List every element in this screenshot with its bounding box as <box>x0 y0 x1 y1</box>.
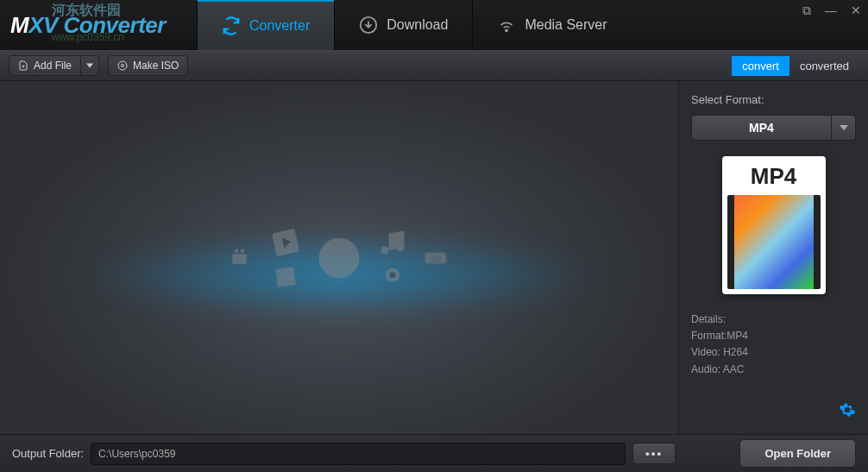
select-format-label: Select Format: <box>691 93 856 106</box>
svg-point-17 <box>390 272 396 278</box>
tab-converter[interactable]: Converter <box>197 0 334 50</box>
details-video: Video: H264 <box>691 344 856 361</box>
play-circle-icon <box>317 236 362 280</box>
format-preview: MP4 <box>722 156 826 294</box>
svg-point-15 <box>397 243 405 251</box>
format-preview-label: MP4 <box>727 161 821 195</box>
tab-media-server[interactable]: Media Server <box>472 0 631 50</box>
details-title: Details: <box>691 312 856 328</box>
header: 河东软件园 MXV Converter www.pc0359.cn Conver… <box>0 0 868 50</box>
refresh-icon <box>222 16 241 35</box>
watermark-text-2: www.pc0359.cn <box>52 31 124 43</box>
format-select-dropdown[interactable] <box>832 115 856 141</box>
svg-point-14 <box>381 246 389 254</box>
download-icon <box>359 16 378 35</box>
close-icon[interactable]: ✕ <box>851 3 861 18</box>
add-file-dropdown[interactable] <box>81 55 99 76</box>
browse-button[interactable]: ••• <box>632 443 676 464</box>
window-controls: ⧉ — ✕ <box>802 3 861 18</box>
footer: Output Folder: ••• Open Folder <box>0 434 868 472</box>
toolbar: Add File Make ISO convert converted <box>0 50 868 81</box>
chevron-down-icon <box>86 62 93 69</box>
wifi-icon <box>497 16 516 35</box>
tab-label: Media Server <box>525 17 607 33</box>
format-select-value[interactable]: MP4 <box>691 115 832 141</box>
film-icon <box>267 223 305 261</box>
svg-point-1 <box>506 30 507 32</box>
svg-text:HD: HD <box>431 255 441 262</box>
file-drop-area[interactable]: HD <box>0 81 678 434</box>
logo-area: 河东软件园 MXV Converter www.pc0359.cn <box>0 0 197 50</box>
tab-label: Converter <box>249 18 310 34</box>
open-folder-button[interactable]: Open Folder <box>739 439 856 468</box>
placeholder-icons: HD <box>230 227 448 289</box>
camera-icon <box>230 246 255 270</box>
disc-icon <box>117 60 128 71</box>
svg-point-2 <box>118 61 127 70</box>
svg-point-5 <box>235 249 239 253</box>
format-details: Details: Format:MP4 Video: H264 Audio: A… <box>691 312 856 378</box>
chevron-down-icon <box>840 125 848 130</box>
gear-icon <box>839 401 856 419</box>
details-audio: Audio: AAC <box>691 362 856 378</box>
button-label: Make ISO <box>133 60 179 72</box>
subtab-convert[interactable]: convert <box>732 56 789 76</box>
settings-button[interactable] <box>839 401 856 422</box>
hd-icon: HD <box>424 246 448 270</box>
popout-icon[interactable]: ⧉ <box>802 3 811 18</box>
output-folder-label: Output Folder: <box>12 447 84 460</box>
clapper-icon <box>272 263 299 291</box>
format-select: MP4 <box>691 115 856 141</box>
button-label: Add File <box>34 60 72 72</box>
subtab-converted[interactable]: converted <box>789 56 859 76</box>
watermark-text-1: 河东软件园 <box>52 2 121 20</box>
svg-point-3 <box>122 65 124 67</box>
main-tabs: Converter Download Media Server <box>197 0 632 50</box>
file-plus-icon <box>18 60 28 71</box>
minimize-icon[interactable]: — <box>825 3 837 18</box>
format-preview-image <box>727 195 821 289</box>
tab-download[interactable]: Download <box>334 0 472 50</box>
make-iso-button[interactable]: Make ISO <box>108 55 188 76</box>
format-sidebar: Select Format: MP4 MP4 Details: Format:M… <box>678 81 868 434</box>
main-content: HD Select Format: MP4 MP4 Details: Forma… <box>0 81 868 434</box>
svg-rect-4 <box>232 254 246 264</box>
svg-point-6 <box>241 249 245 253</box>
tab-label: Download <box>387 17 448 33</box>
details-format: Format:MP4 <box>691 328 856 344</box>
add-file-button[interactable]: Add File <box>9 55 81 76</box>
webcam-icon <box>381 265 405 289</box>
music-icon <box>377 227 408 258</box>
app-window: 河东软件园 MXV Converter www.pc0359.cn Conver… <box>0 0 868 472</box>
output-folder-input[interactable] <box>91 443 626 465</box>
